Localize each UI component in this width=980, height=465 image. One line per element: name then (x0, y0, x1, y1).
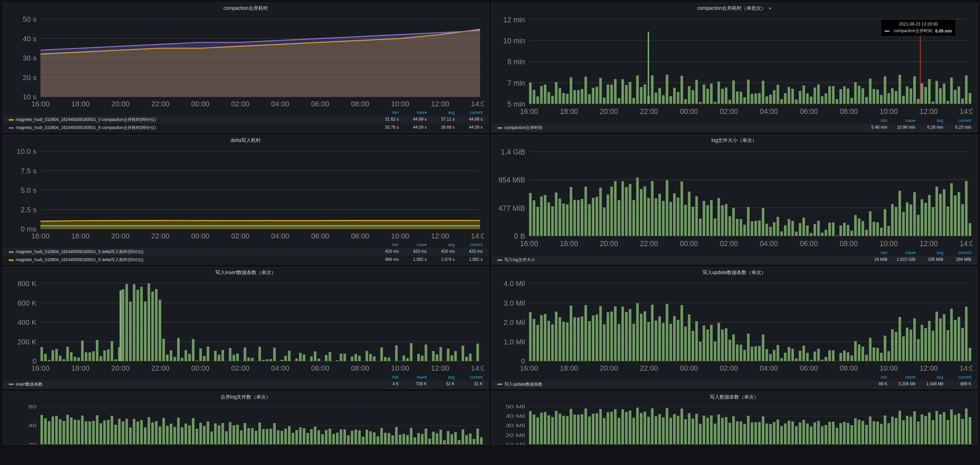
svg-rect-864 (954, 415, 956, 444)
panel-merge-log-count[interactable]: 合并log文件数（单次） 204060 (3, 392, 488, 445)
svg-text:18:00: 18:00 (71, 232, 89, 240)
col-min[interactable]: min (371, 242, 399, 247)
col-max[interactable]: max▾ (888, 250, 915, 255)
legend-row[interactable]: 写入update数据条数 88 K 3.206 Mil 1.048 Mil 88… (492, 381, 977, 389)
col-min[interactable]: min (371, 110, 399, 115)
svg-rect-843 (876, 421, 879, 444)
svg-rect-621 (48, 421, 50, 444)
panel-title[interactable]: compaction合并耗时 (3, 3, 488, 14)
panel-title[interactable]: 写入update数据条数（单次） (492, 268, 977, 278)
svg-rect-443 (384, 357, 387, 361)
legend-row[interactable]: compaction合并时间 5.46 min 10.98 min 6.28 m… (492, 124, 977, 132)
svg-rect-650 (155, 421, 157, 444)
col-min[interactable]: min (859, 118, 888, 123)
svg-rect-552 (747, 334, 749, 361)
col-min[interactable]: min (371, 375, 399, 380)
legend-row[interactable]: magneto_hudi_010804_162445009180501_9 de… (3, 256, 488, 264)
svg-text:20:00: 20:00 (600, 364, 618, 372)
svg-rect-802 (725, 417, 727, 445)
panel-write-count[interactable]: 写入数据条数（单次） 10 Mil20 Mil30 Mil40 Mil50 Mi… (492, 392, 977, 445)
col-avg[interactable]: avg (915, 250, 943, 255)
legend-row[interactable]: magneto_hudi_010804_162445009180501_9 co… (3, 124, 488, 132)
svg-rect-649 (151, 422, 154, 445)
svg-rect-399 (221, 350, 224, 361)
series-name: 写入update数据条数 (504, 382, 542, 387)
svg-rect-300 (869, 212, 871, 236)
chart-area[interactable]: 10 s20 s30 s40 s50 s16:0018:0020:0022:00… (3, 14, 488, 110)
panel-compaction-batch[interactable]: compaction合并耗时（单批次） ▾ 5 min7 min8 min10 … (492, 3, 977, 132)
panel-update-count[interactable]: 写入update数据条数（单次） 01.0 Mil2.0 Mil3.0 Mil4… (492, 267, 977, 389)
svg-rect-248 (677, 197, 679, 236)
panel-log-size[interactable]: log文件大小（单次） 0 B477 MiB954 MiB1.4 GiB16:0… (492, 135, 977, 264)
chevron-down-icon[interactable]: ▾ (769, 6, 772, 11)
val-min: 88 K (859, 381, 888, 387)
svg-rect-707 (366, 430, 368, 445)
chart-area[interactable]: 01.0 Mil2.0 Mil3.0 Mil4.0 Mil16:0018:002… (492, 278, 977, 374)
col-max[interactable]: max▾ (399, 110, 427, 115)
col-min[interactable]: min (859, 250, 888, 255)
svg-rect-806 (740, 421, 742, 445)
col-avg[interactable]: avg (427, 375, 455, 380)
legend-row[interactable]: insert数据条数 4 K 729 K 52 K 31 K (3, 381, 488, 389)
chart-area[interactable]: 5 min7 min8 min10 min12 min16:0018:0020:… (492, 14, 977, 118)
svg-text:14:00: 14:00 (960, 364, 973, 372)
panel-title[interactable]: 合并log文件数（单次） (3, 392, 488, 403)
panel-insert-count[interactable]: 写入insert数据条数（单次） 0200 K400 K600 K800 K16… (3, 267, 488, 389)
svg-rect-359 (74, 357, 76, 361)
panel-compaction-time[interactable]: compaction合并耗时 10 s20 s30 s40 s50 s16:00… (3, 3, 488, 132)
chart-area[interactable]: 0200 K400 K600 K800 K16:0018:0020:0022:0… (3, 278, 488, 374)
panel-title[interactable]: compaction合并耗时（单批次） ▾ (492, 3, 977, 14)
svg-rect-88 (692, 90, 694, 104)
svg-rect-535 (684, 327, 687, 361)
svg-rect-868 (969, 417, 971, 445)
legend-row[interactable]: magneto_hudi_010804_162445009180501_5 de… (3, 248, 488, 256)
col-current[interactable]: current (943, 118, 971, 123)
col-current[interactable]: current (455, 375, 483, 380)
panel-title[interactable]: log文件大小（单次） (492, 135, 977, 146)
svg-rect-124 (824, 93, 827, 104)
svg-rect-562 (784, 353, 786, 361)
svg-rect-809 (751, 422, 753, 445)
col-avg[interactable]: avg (427, 242, 455, 247)
svg-rect-410 (262, 360, 264, 361)
svg-text:14:00: 14:00 (471, 364, 484, 372)
svg-rect-638 (111, 416, 113, 445)
chart-area[interactable]: 10 Mil20 Mil30 Mil40 Mil50 Mil (492, 403, 977, 445)
svg-rect-768 (600, 409, 602, 445)
col-current[interactable]: current (455, 110, 483, 115)
val-max: 44.09 s (399, 125, 427, 131)
legend-headers: min max▾ avg current (3, 374, 488, 381)
svg-rect-211 (540, 196, 542, 236)
legend-row[interactable]: 写入log文件大小 24 MiB 1.022 GiB 335 MiB 284 M… (492, 256, 977, 264)
col-avg[interactable]: avg (915, 375, 943, 380)
legend-row[interactable]: magneto_hudi_010804_162445009180501_0 co… (3, 116, 488, 124)
panel-delta-write[interactable]: delta写入耗时 0 ms2.5 s5.0 s7.5 s10.0 s16:00… (3, 135, 488, 264)
col-max[interactable]: max▾ (399, 375, 427, 380)
chart-area[interactable]: 0 ms2.5 s5.0 s7.5 s10.0 s16:0018:0020:00… (3, 146, 488, 242)
chart-area[interactable]: 204060 (3, 403, 488, 445)
col-avg[interactable]: avg (427, 110, 455, 115)
series-swatch (9, 119, 14, 121)
col-max[interactable]: max▾ (399, 242, 427, 247)
svg-rect-432 (344, 354, 346, 361)
col-min[interactable]: min (859, 375, 888, 380)
svg-rect-275 (776, 217, 779, 236)
svg-rect-261 (725, 204, 727, 236)
svg-rect-299 (865, 230, 868, 236)
col-current[interactable]: current (943, 250, 971, 255)
panel-title[interactable]: delta写入耗时 (3, 135, 488, 146)
col-avg[interactable]: avg (915, 118, 943, 123)
panel-title[interactable]: 写入数据条数（单次） (492, 392, 977, 403)
svg-rect-544 (718, 323, 720, 361)
chart-area[interactable]: 0 B477 MiB954 MiB1.4 GiB16:0018:0020:002… (492, 146, 977, 250)
svg-rect-814 (769, 424, 772, 445)
panel-title[interactable]: 写入insert数据条数（单次） (3, 268, 488, 278)
svg-rect-251 (688, 192, 690, 236)
svg-rect-138 (876, 89, 879, 104)
col-current[interactable]: current (455, 242, 483, 247)
col-max[interactable]: max▾ (888, 375, 915, 380)
svg-rect-240 (647, 198, 650, 236)
svg-rect-95 (718, 81, 720, 104)
col-max[interactable]: max▾ (888, 118, 915, 123)
col-current[interactable]: current (943, 375, 971, 380)
